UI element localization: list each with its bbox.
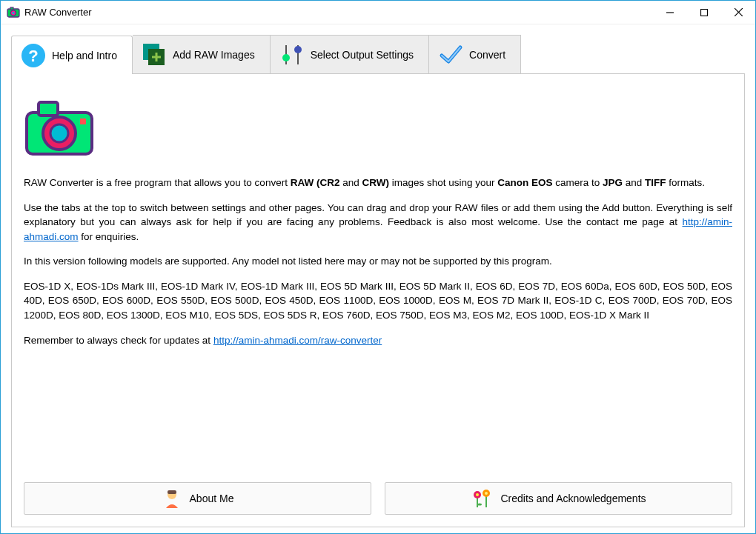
intro-paragraph-1: RAW Converter is a free program that all… [24, 176, 732, 190]
supported-models-list: EOS-1D X, EOS-1Ds Mark III, EOS-1D Mark … [24, 279, 732, 323]
maximize-button[interactable] [687, 1, 721, 24]
help-icon: ? [21, 43, 46, 68]
intro-text: RAW Converter is a free program that all… [24, 176, 732, 358]
app-title: RAW Converter [20, 7, 653, 18]
intro-paragraph-3: In this version following models are sup… [24, 254, 732, 269]
svg-point-16 [282, 54, 290, 61]
minimize-button[interactable] [653, 1, 687, 24]
updates-link[interactable]: http://amin-ahmadi.com/raw-converter [213, 335, 382, 346]
intro-paragraph-5: Remember to always check for updates at … [24, 333, 732, 348]
tab-add-raw[interactable]: Add RAW Images [133, 35, 271, 73]
button-label: Credits and Acknowledgements [500, 493, 646, 504]
credits-button[interactable]: Credits and Acknowledgements [385, 482, 732, 515]
about-me-button[interactable]: About Me [24, 482, 371, 515]
tab-convert[interactable]: Convert [429, 35, 521, 73]
button-label: About Me [190, 493, 234, 504]
close-button[interactable] [721, 1, 755, 24]
svg-rect-5 [701, 9, 708, 16]
flowers-icon [471, 488, 493, 509]
checkmark-icon [438, 42, 463, 67]
bottom-button-row: About Me Credits and Acknowledgements [24, 472, 732, 515]
svg-point-3 [12, 11, 14, 13]
svg-rect-19 [39, 102, 58, 116]
add-images-icon [142, 42, 167, 67]
person-icon [162, 488, 182, 509]
tab-label: Add RAW Images [173, 49, 255, 61]
intro-paragraph-2: Use the tabs at the top to switch betwee… [24, 201, 732, 244]
svg-rect-24 [168, 490, 176, 494]
svg-text:?: ? [28, 47, 38, 65]
app-icon [7, 6, 20, 19]
tab-output-settings[interactable]: Select Output Settings [271, 35, 429, 73]
svg-point-21 [50, 124, 68, 142]
tab-bar: ? Help and Intro Add RAW Images [11, 35, 745, 74]
settings-sliders-icon [279, 42, 305, 67]
help-intro-panel: RAW Converter is a free program that all… [11, 74, 745, 527]
svg-point-28 [476, 493, 479, 496]
svg-rect-1 [10, 7, 13, 10]
tab-label: Help and Intro [52, 50, 117, 61]
tab-label: Select Output Settings [311, 49, 414, 61]
svg-point-30 [485, 492, 488, 495]
tab-label: Convert [469, 49, 505, 61]
svg-rect-22 [80, 119, 86, 124]
titlebar: RAW Converter [1, 1, 755, 24]
svg-point-17 [294, 46, 302, 53]
tab-help-intro[interactable]: ? Help and Intro [11, 36, 133, 74]
svg-point-31 [477, 503, 482, 505]
camera-logo-icon [24, 98, 732, 159]
content-area: ? Help and Intro Add RAW Images [1, 24, 755, 534]
window-controls [653, 1, 755, 24]
